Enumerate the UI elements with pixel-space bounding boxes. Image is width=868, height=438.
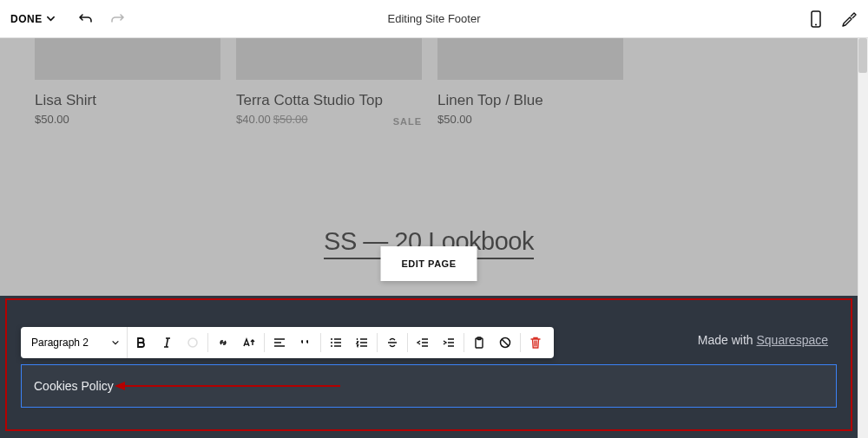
quote-icon[interactable] xyxy=(293,327,319,358)
sale-price: $40.00 xyxy=(236,113,271,126)
product-image xyxy=(35,38,220,80)
mobile-preview-icon[interactable] xyxy=(807,10,825,28)
original-price: $50.00 xyxy=(273,113,308,126)
text-size-icon[interactable] xyxy=(236,327,262,358)
product-row: Lisa Shirt $50.00 Terra Cotta Studio Top… xyxy=(35,38,623,126)
styles-paintbrush-icon[interactable] xyxy=(840,10,858,28)
link-icon[interactable] xyxy=(210,327,236,358)
done-label: DONE xyxy=(10,13,43,25)
redo-icon[interactable] xyxy=(109,11,125,27)
clear-format-icon[interactable] xyxy=(492,327,518,358)
text-toolbar: Paragraph 2 xyxy=(21,327,554,358)
outdent-icon[interactable] xyxy=(410,327,436,358)
separator xyxy=(407,333,408,352)
edit-page-button[interactable]: EDIT PAGE xyxy=(381,246,477,281)
italic-icon[interactable] xyxy=(154,327,180,358)
svg-point-2 xyxy=(188,338,197,347)
squarespace-link[interactable]: Squarespace xyxy=(756,333,828,347)
svg-point-4 xyxy=(331,342,332,343)
product-card[interactable]: Terra Cotta Studio Top $40.00$50.00 SALE xyxy=(236,38,422,126)
scrollbar-thumb[interactable] xyxy=(858,38,867,73)
paragraph-style-select[interactable]: Paragraph 2 xyxy=(26,327,128,358)
align-icon[interactable] xyxy=(266,327,293,358)
style-label: Paragraph 2 xyxy=(31,337,89,349)
topbar: DONE Editing Site Footer xyxy=(0,0,868,38)
undo-icon[interactable] xyxy=(78,11,94,27)
product-image xyxy=(437,38,623,80)
text-color-icon[interactable] xyxy=(180,327,206,358)
separator xyxy=(320,333,321,352)
product-card[interactable]: Linen Top / Blue $50.00 xyxy=(437,38,623,126)
clipboard-icon[interactable] xyxy=(466,327,492,358)
canvas: Lisa Shirt $50.00 Terra Cotta Studio Top… xyxy=(0,38,868,438)
footer-text: Cookies Policy xyxy=(34,379,114,393)
separator xyxy=(264,333,265,352)
content-area: Lisa Shirt $50.00 Terra Cotta Studio Top… xyxy=(0,38,858,438)
svg-point-5 xyxy=(331,345,332,347)
madewith-prefix: Made with xyxy=(698,333,757,347)
product-name: Terra Cotta Studio Top xyxy=(236,92,422,109)
chevron-down-icon xyxy=(46,14,56,23)
undo-redo-group xyxy=(78,11,125,27)
product-name: Lisa Shirt xyxy=(35,92,220,109)
svg-point-3 xyxy=(331,338,332,340)
sale-badge: SALE xyxy=(393,116,422,127)
product-card[interactable]: Lisa Shirt $50.00 xyxy=(35,38,220,126)
canvas-wrap: Lisa Shirt $50.00 Terra Cotta Studio Top… xyxy=(0,38,868,438)
svg-point-1 xyxy=(815,23,817,25)
product-price: $50.00 xyxy=(35,113,220,126)
separator xyxy=(377,333,378,352)
product-image xyxy=(236,38,422,80)
footer-text-block[interactable]: Cookies Policy xyxy=(21,364,837,408)
topbar-right xyxy=(807,10,858,28)
strikethrough-icon[interactable] xyxy=(379,327,405,358)
product-price: $50.00 xyxy=(437,113,623,126)
separator xyxy=(464,333,464,352)
product-name: Linen Top / Blue xyxy=(437,92,623,109)
done-button[interactable]: DONE xyxy=(10,13,56,25)
chevron-down-icon xyxy=(111,338,120,347)
made-with-attribution: Made with Squarespace xyxy=(698,333,828,347)
indent-icon[interactable] xyxy=(436,327,462,358)
trash-icon[interactable] xyxy=(523,327,549,358)
page-title: Editing Site Footer xyxy=(388,12,481,25)
bold-icon[interactable] xyxy=(128,327,154,358)
separator xyxy=(207,333,208,352)
numbered-list-icon[interactable] xyxy=(349,327,375,358)
scrollbar[interactable] xyxy=(858,38,868,438)
bullet-list-icon[interactable] xyxy=(323,327,349,358)
separator xyxy=(520,333,521,352)
